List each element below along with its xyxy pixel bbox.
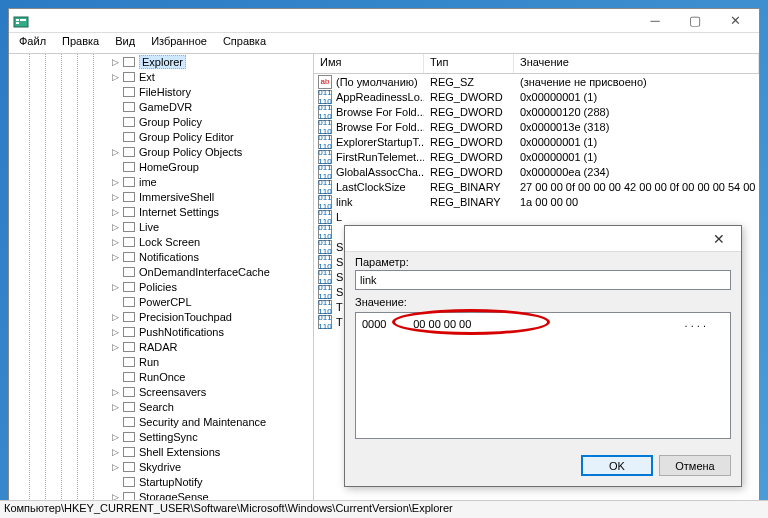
chevron-right-icon[interactable]: ▷ [109,311,121,323]
tree-item[interactable]: ▷ImmersiveShell [9,189,313,204]
tree-item[interactable]: PowerCPL [9,294,313,309]
chevron-right-icon[interactable]: ▷ [109,281,121,293]
chevron-right-icon[interactable]: ▷ [109,341,121,353]
tree-item[interactable]: ▷Skydrive [9,459,313,474]
menu-view[interactable]: Вид [107,33,143,53]
chevron-right-icon[interactable]: ▷ [109,461,121,473]
list-row[interactable]: 011110GlobalAssocCha...REG_DWORD0x000000… [314,164,759,179]
list-row[interactable]: 011110AppReadinessLo...REG_DWORD0x000000… [314,89,759,104]
edit-binary-dialog: ✕ Параметр: Значение: 0000 00 00 00 00 .… [344,225,742,487]
list-row[interactable]: 011110linkREG_BINARY1a 00 00 00 [314,194,759,209]
menu-edit[interactable]: Правка [54,33,107,53]
tree-item[interactable]: RunOnce [9,369,313,384]
tree-item-label: Search [139,401,174,413]
reg-bin-icon: 011110 [318,120,332,134]
folder-icon [123,297,135,307]
dialog-close-button[interactable]: ✕ [701,227,737,251]
tree-item[interactable]: Group Policy [9,114,313,129]
chevron-right-icon[interactable]: ▷ [109,71,121,83]
tree-item[interactable]: ▷Shell Extensions [9,444,313,459]
value-data: (значение не присвоено) [514,76,759,88]
titlebar[interactable]: ─ ▢ ✕ [9,9,759,33]
col-header-type[interactable]: Тип [424,54,514,73]
value-name: AppReadinessLo... [336,91,424,103]
cancel-button[interactable]: Отмена [659,455,731,476]
tree-item[interactable]: StartupNotify [9,474,313,489]
tree-item[interactable]: ▷Live [9,219,313,234]
chevron-right-icon[interactable]: ▷ [109,431,121,443]
param-input[interactable] [355,270,731,290]
ok-button[interactable]: OK [581,455,653,476]
reg-bin-icon: 011110 [318,225,332,239]
value-type: REG_DWORD [424,106,514,118]
chevron-right-icon[interactable]: ▷ [109,56,121,68]
chevron-right-icon[interactable]: ▷ [109,386,121,398]
tree-item-label: Security and Maintenance [139,416,266,428]
tree-item-label: SettingSync [139,431,198,443]
tree-item[interactable]: ▷Internet Settings [9,204,313,219]
value-type: REG_DWORD [424,121,514,133]
tree-item[interactable]: ▷Policies [9,279,313,294]
value-name: T [336,316,343,328]
tree-item[interactable]: FileHistory [9,84,313,99]
chevron-right-icon[interactable]: ▷ [109,176,121,188]
list-row[interactable]: 011110LastClockSizeREG_BINARY27 00 00 0f… [314,179,759,194]
tree-item[interactable]: ▷Explorer [9,54,313,69]
tree-item[interactable]: ▷PrecisionTouchpad [9,309,313,324]
list-row[interactable]: 011110L [314,209,759,224]
tree-item[interactable]: ▷Screensavers [9,384,313,399]
value-name: ExplorerStartupT... [336,136,424,148]
chevron-right-icon[interactable]: ▷ [109,206,121,218]
list-header[interactable]: Имя Тип Значение [314,54,759,74]
list-row[interactable]: 011110FirstRunTelemet...REG_DWORD0x00000… [314,149,759,164]
value-name: LastClockSize [336,181,406,193]
chevron-right-icon[interactable]: ▷ [109,401,121,413]
tree-item[interactable]: Group Policy Editor [9,129,313,144]
chevron-right-icon[interactable]: ▷ [109,251,121,263]
maximize-button[interactable]: ▢ [675,9,715,33]
chevron-right-icon[interactable]: ▷ [109,146,121,158]
list-row[interactable]: 011110Browse For Fold...REG_DWORD0x00000… [314,104,759,119]
dialog-titlebar[interactable]: ✕ [345,226,741,252]
tree-item-label: Notifications [139,251,199,263]
tree-item[interactable]: ▷Group Policy Objects [9,144,313,159]
col-header-value[interactable]: Значение [514,54,759,73]
menu-help[interactable]: Справка [215,33,274,53]
tree-pane[interactable]: ▷Explorer▷ExtFileHistoryGameDVRGroup Pol… [9,54,314,507]
regedit-icon [13,13,29,29]
col-header-name[interactable]: Имя [314,54,424,73]
chevron-right-icon[interactable]: ▷ [109,236,121,248]
tree-item[interactable]: HomeGroup [9,159,313,174]
hex-editor[interactable]: 0000 00 00 00 00 . . . . [355,312,731,439]
folder-icon [123,192,135,202]
tree-item-label: Screensavers [139,386,206,398]
tree-item[interactable]: ▷Lock Screen [9,234,313,249]
tree-item[interactable]: Run [9,354,313,369]
folder-icon [123,102,135,112]
chevron-right-icon[interactable]: ▷ [109,326,121,338]
tree-item[interactable]: ▷SettingSync [9,429,313,444]
close-button[interactable]: ✕ [715,9,755,33]
list-row[interactable]: 011110ExplorerStartupT...REG_DWORD0x0000… [314,134,759,149]
menu-favorites[interactable]: Избранное [143,33,215,53]
tree-item[interactable]: ▷Ext [9,69,313,84]
tree-item[interactable]: ▷RADAR [9,339,313,354]
tree-item[interactable]: ▷Notifications [9,249,313,264]
tree-item[interactable]: ▷PushNotifications [9,324,313,339]
chevron-right-icon[interactable]: ▷ [109,191,121,203]
tree-item[interactable]: ▷ime [9,174,313,189]
chevron-right-icon[interactable]: ▷ [109,446,121,458]
chevron-right-icon[interactable]: ▷ [109,221,121,233]
hex-offset: 0000 [362,318,406,330]
hex-bytes[interactable]: 00 00 00 00 [413,318,471,330]
tree-item[interactable]: Security and Maintenance [9,414,313,429]
list-row[interactable]: ab(По умолчанию)REG_SZ(значение не присв… [314,74,759,89]
reg-bin-icon: 011110 [318,135,332,149]
list-row[interactable]: 011110Browse For Fold...REG_DWORD0x00000… [314,119,759,134]
tree-item[interactable]: OnDemandInterfaceCache [9,264,313,279]
tree-item[interactable]: GameDVR [9,99,313,114]
menu-file[interactable]: Файл [11,33,54,53]
value-type: REG_DWORD [424,166,514,178]
tree-item[interactable]: ▷Search [9,399,313,414]
minimize-button[interactable]: ─ [635,9,675,33]
